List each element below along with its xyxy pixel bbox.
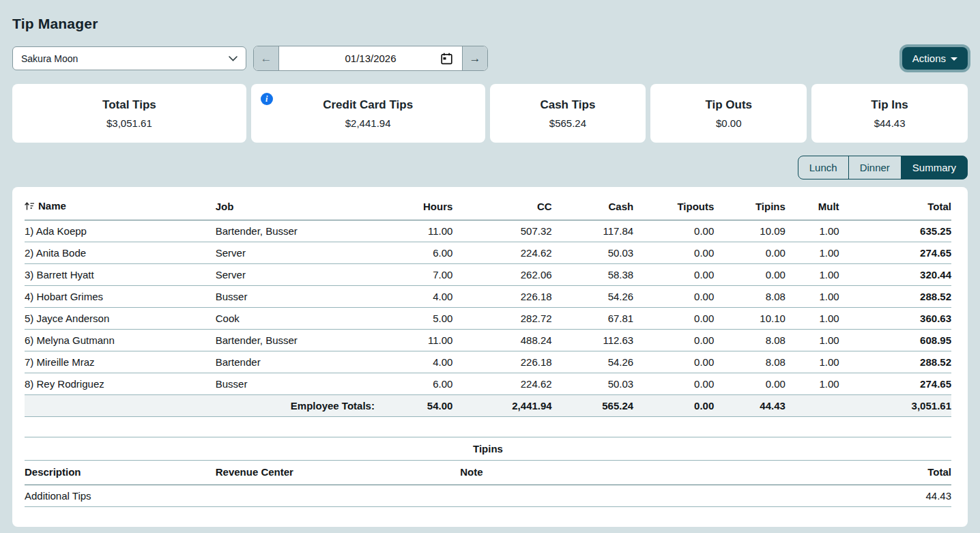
column-header-mult: Mult bbox=[786, 196, 839, 220]
cell-name: 1) Ada Koepp bbox=[25, 220, 216, 242]
cell-hours: 11.00 bbox=[384, 329, 452, 351]
table-row: 8) Rey RodriguezBusser6.00224.6250.030.0… bbox=[25, 373, 951, 394]
cell-hours: 7.00 bbox=[384, 263, 452, 285]
totals-tipins: 44.43 bbox=[714, 394, 786, 416]
next-day-button[interactable]: → bbox=[462, 46, 487, 70]
cell-cash: 50.03 bbox=[552, 242, 634, 263]
arrow-left-icon: ← bbox=[261, 52, 272, 66]
summary-panel: Name Job Hours CC Cash Tipouts Tipins Mu… bbox=[12, 187, 968, 527]
calendar-icon[interactable] bbox=[441, 53, 452, 65]
cell-name: 8) Rey Rodriguez bbox=[25, 373, 216, 394]
cell-mult: 1.00 bbox=[786, 373, 839, 394]
table-row: 4) Hobart GrimesBusser4.00226.1854.260.0… bbox=[25, 285, 951, 307]
cell-tipins: 10.10 bbox=[714, 307, 786, 329]
actions-button[interactable]: Actions bbox=[902, 47, 968, 70]
cell-mult: 1.00 bbox=[786, 242, 839, 263]
cell-tipins: 0.00 bbox=[714, 242, 786, 263]
column-header-tipouts: Tipouts bbox=[633, 196, 714, 220]
cell-name: 5) Jayce Anderson bbox=[25, 307, 216, 329]
cell-cc: 226.18 bbox=[452, 351, 551, 373]
previous-day-button[interactable]: ← bbox=[254, 46, 279, 70]
cell-tipouts: 0.00 bbox=[633, 373, 714, 394]
tipins-caption-row: Tipins bbox=[25, 437, 951, 460]
cell-tipins: 10.09 bbox=[714, 220, 786, 242]
card-label: Cash Tips bbox=[540, 98, 595, 112]
cell-cc: 224.62 bbox=[452, 373, 551, 394]
cell-cc: 282.72 bbox=[452, 307, 551, 329]
card-value: $2,441.94 bbox=[345, 117, 391, 129]
sort-ascending-icon bbox=[25, 201, 35, 211]
column-header-tipins: Tipins bbox=[714, 196, 786, 220]
cell-total: 608.95 bbox=[839, 329, 951, 351]
tipins-caption: Tipins bbox=[25, 437, 951, 460]
card-label: Credit Card Tips bbox=[323, 98, 413, 112]
cell-mult: 1.00 bbox=[786, 329, 839, 351]
cell-cash: 117.84 bbox=[552, 220, 634, 242]
tab-dinner[interactable]: Dinner bbox=[848, 156, 902, 179]
cell-total: 360.63 bbox=[839, 307, 951, 329]
meal-period-tabs: Lunch Dinner Summary bbox=[12, 156, 968, 179]
column-header-cash: Cash bbox=[552, 196, 634, 220]
column-header-cc: CC bbox=[452, 196, 551, 220]
cell-cash: 50.03 bbox=[552, 373, 634, 394]
location-select[interactable]: Sakura Moon bbox=[12, 46, 246, 70]
cell-cash: 54.26 bbox=[552, 285, 634, 307]
cell-job: Busser bbox=[216, 285, 384, 307]
cell-tipins: 0.00 bbox=[714, 373, 786, 394]
cell-tipins: 8.08 bbox=[714, 351, 786, 373]
totals-cash: 565.24 bbox=[552, 394, 634, 416]
totals-label: Employee Totals: bbox=[25, 394, 384, 416]
info-icon[interactable]: i bbox=[261, 93, 273, 105]
cell-tipouts: 0.00 bbox=[633, 307, 714, 329]
employee-table: Name Job Hours CC Cash Tipouts Tipins Mu… bbox=[25, 196, 951, 417]
cell-hours: 4.00 bbox=[384, 285, 452, 307]
cell-cc: 226.18 bbox=[452, 285, 551, 307]
caret-down-icon bbox=[951, 57, 957, 61]
summary-cards: Total Tips $3,051.61 i Credit Card Tips … bbox=[12, 84, 968, 143]
table-row: 6) Melyna GutmannBartender, Busser11.004… bbox=[25, 329, 951, 351]
totals-tipouts: 0.00 bbox=[633, 394, 714, 416]
date-input[interactable]: 01/13/2026 bbox=[279, 46, 462, 70]
column-header-job: Job bbox=[216, 196, 384, 220]
cell-cash: 58.38 bbox=[552, 263, 634, 285]
date-navigation: ← 01/13/2026 → bbox=[253, 46, 488, 71]
cell-mult: 1.00 bbox=[786, 263, 839, 285]
card-total-tips: Total Tips $3,051.61 bbox=[12, 84, 246, 143]
chevron-down-icon bbox=[229, 56, 237, 61]
cell-tipouts: 0.00 bbox=[633, 242, 714, 263]
cell-name: 2) Anita Bode bbox=[25, 242, 216, 263]
cell-cc: 262.06 bbox=[452, 263, 551, 285]
card-value: $44.43 bbox=[874, 117, 906, 129]
totals-mult bbox=[786, 394, 839, 416]
actions-button-label: Actions bbox=[912, 53, 946, 64]
cell-total: 635.25 bbox=[839, 220, 951, 242]
cell-job: Bartender, Busser bbox=[216, 329, 384, 351]
cell-cash: 54.26 bbox=[552, 351, 634, 373]
card-cash-tips: Cash Tips $565.24 bbox=[490, 84, 646, 143]
cell-hours: 5.00 bbox=[384, 307, 452, 329]
tab-summary[interactable]: Summary bbox=[901, 156, 968, 179]
page-title: Tip Manager bbox=[12, 16, 968, 32]
table-row: 3) Barrett HyattServer7.00262.0658.380.0… bbox=[25, 263, 951, 285]
cell-job: Cook bbox=[216, 307, 384, 329]
employee-table-header: Name Job Hours CC Cash Tipouts Tipins Mu… bbox=[25, 196, 951, 220]
cell-tipouts: 0.00 bbox=[633, 329, 714, 351]
arrow-right-icon: → bbox=[470, 52, 481, 66]
cell-description: Additional Tips bbox=[25, 485, 216, 506]
table-row: 7) Mireille MrazBartender4.00226.1854.26… bbox=[25, 351, 951, 373]
cell-mult: 1.00 bbox=[786, 307, 839, 329]
tab-lunch[interactable]: Lunch bbox=[798, 156, 849, 179]
cell-mult: 1.00 bbox=[786, 351, 839, 373]
cell-tipouts: 0.00 bbox=[633, 351, 714, 373]
card-label: Tip Ins bbox=[871, 98, 908, 112]
cell-total: 320.44 bbox=[839, 263, 951, 285]
column-header-tipin-total: Total bbox=[812, 460, 951, 485]
cell-job: Busser bbox=[216, 373, 384, 394]
cell-mult: 1.00 bbox=[786, 285, 839, 307]
table-row: 5) Jayce AndersonCook5.00282.7267.810.00… bbox=[25, 307, 951, 329]
cell-mult: 1.00 bbox=[786, 220, 839, 242]
card-label: Tip Outs bbox=[705, 98, 752, 112]
totals-total: 3,051.61 bbox=[839, 394, 951, 416]
column-header-name[interactable]: Name bbox=[25, 196, 216, 220]
cell-tipouts: 0.00 bbox=[633, 220, 714, 242]
